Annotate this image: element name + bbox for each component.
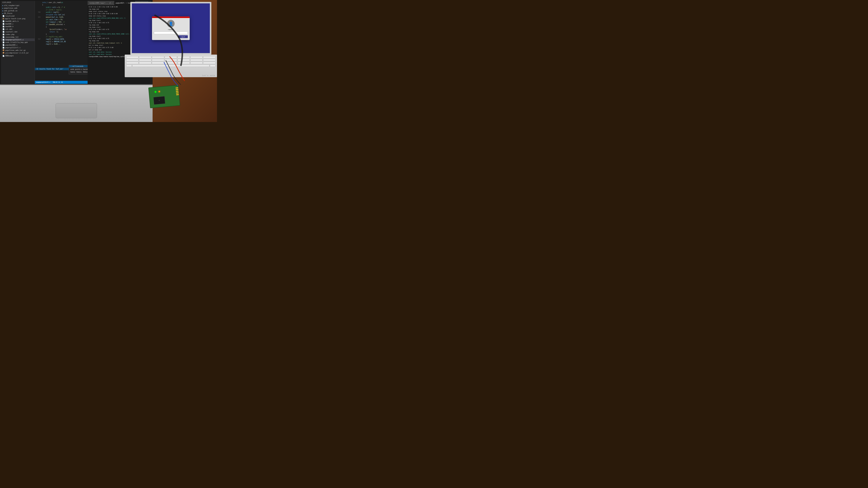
login-body: 👤 remote Log In (152, 18, 190, 40)
sidebar-item-bme680h[interactable]: 📄 bme680.h (1, 25, 35, 28)
remote-laptop: 👤 remote Log In (125, 2, 217, 77)
hover-tooltip: endo pointo o kaishite hosuto ni kaesa r… (69, 67, 88, 74)
file-explorer-sidebar: EXPLORER ▶ old_raspberrypi ▶ pepolinux_w… (1, 1, 35, 84)
sidebar-item-juyo-pages[interactable]: 📄 重要pages (1, 54, 35, 58)
file-icon: 📄 (2, 15, 4, 17)
file-icon: 📄 (2, 36, 4, 38)
sidebar-item-pepocp2112[interactable]: 📄 pepocp2112ctl.c (1, 46, 35, 49)
sidebar-item-newpepocp2112[interactable]: 📄 newpepocp2112ctl.c (1, 38, 35, 41)
sidebar-item-osdn[interactable]: 📄 osdn_fileZilla_key.ppk (1, 41, 35, 44)
editor-status-bar: newpepocp2112ctl.c 700:23 (1, 6) (35, 81, 88, 84)
sidebar-title: EXPLORER (1, 1, 35, 4)
sidebar-item-javacommp[interactable]: 📄 javacommp.txt (1, 36, 35, 38)
file-icon: 🖼 (2, 18, 4, 20)
sidebar-item-pepobme680[interactable]: 📄 pepobme680.c (1, 44, 35, 46)
sidebar-item-countall[interactable]: 📄 countall.dat (1, 31, 35, 33)
file-icon: 📄 (2, 39, 4, 41)
login-button[interactable]: Log In (178, 35, 188, 38)
sidebar-item-bme680-defs[interactable]: 📄 bme680_defs.h (1, 20, 35, 23)
sidebar-item-apple-touch[interactable]: 🖼 apple-touch-icon.png (1, 17, 35, 20)
file-icon: 📦 (2, 52, 4, 54)
remote-keyboard-area: Let's note (125, 55, 217, 77)
code-editor[interactable]: 700 102 787 (35, 1, 88, 84)
login-username: remote (168, 29, 174, 31)
terminal-tab-root[interactable]: root@iot009:/www/r... ✗1 ✕ (88, 1, 114, 5)
editor-filename-status: newpepocp2112ctl.c 700:23 (1, 6) (36, 82, 63, 83)
close-icon[interactable]: ✕ (112, 2, 113, 4)
file-icon: 📄 (2, 31, 4, 33)
login-dialog: 👤 remote Log In (152, 17, 190, 40)
folder-icon: ▶ (2, 10, 3, 12)
password-input[interactable] (154, 32, 188, 34)
file-icon: 📦 (2, 49, 4, 51)
sidebar-item-localized[interactable]: 📄 localized (1, 15, 35, 17)
circuit-board: IC (149, 85, 180, 108)
login-dialog-container: 👤 remote Log In (152, 17, 190, 40)
folder-icon: ▶ (2, 12, 3, 14)
remote-screen: 👤 remote Log In (130, 2, 211, 55)
connector-pins (176, 87, 179, 95)
sidebar-item-indexphp[interactable]: 📄 index.php (1, 33, 35, 36)
file-icon: 📄 (2, 44, 4, 46)
file-icon: 📄 (2, 28, 4, 30)
autocomplete-icon: ⬡ (70, 66, 72, 67)
sidebar-item-web-github[interactable]: ▶ web_github.io (1, 9, 35, 12)
code-text[interactable]: into_t user_i2c_read(ui { int8_t rslt = … (41, 1, 88, 46)
file-icon: 📄 (2, 41, 4, 43)
file-icon: 📄 (2, 23, 4, 25)
ic-chip: IC (153, 96, 165, 105)
folder-icon: ▶ (2, 7, 3, 9)
sidebar-item-bme680c[interactable]: 📄 bme680.c (1, 23, 35, 25)
avatar-icon: 👤 (167, 20, 175, 28)
remote-brand-label: Let's note (202, 75, 215, 76)
sidebar-item-cntdat[interactable]: 📄 cnt.dat (1, 28, 35, 31)
led-indicator (155, 91, 156, 93)
folder-icon: ▶ (2, 5, 3, 6)
trackpad[interactable] (56, 103, 97, 118)
login-title-bar (152, 17, 190, 18)
file-icon: 📄 (2, 20, 4, 22)
file-icon: 📄 (2, 47, 4, 48)
sidebar-item-ds-store[interactable]: ▶ DS_Store (1, 12, 35, 15)
macbook-keyboard: MacBook Air esc F1 F2 F3 F4 F5 F6 F7 F8 … (0, 85, 153, 122)
line-numbers: 700 102 787 (35, 1, 41, 84)
file-icon: 📄 (2, 26, 4, 28)
sidebar-item-pepolinux-tar[interactable]: 📦 pepolinux_web.tar.gz (1, 49, 35, 52)
sidebar-item-yuicompressor[interactable]: 📦 yuicompressor-2.4.8.jar (1, 52, 35, 54)
led-indicator-orange (158, 91, 160, 92)
sidebar-item-pepolinux-web[interactable]: ▶ pepolinux_web (1, 7, 35, 9)
file-icon: 📄 (2, 34, 4, 35)
file-icon: 📄 (2, 55, 4, 57)
sidebar-item-old-raspberrypi[interactable]: ▶ old_raspberrypi (1, 4, 35, 7)
